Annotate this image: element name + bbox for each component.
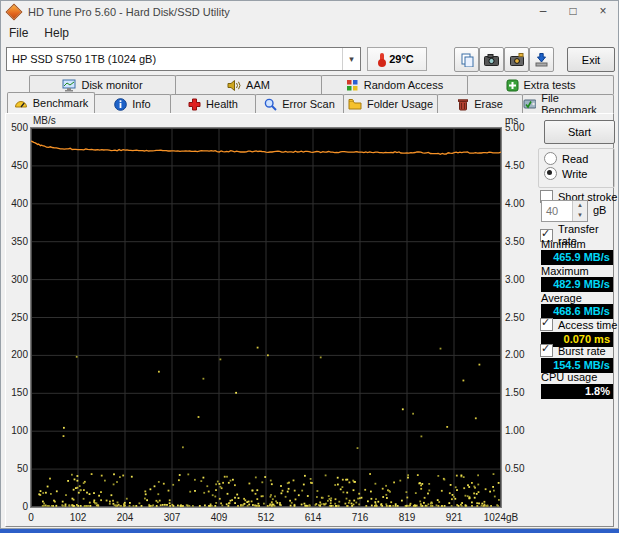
- copy-text-button[interactable]: [454, 47, 479, 72]
- tab-label: Erase: [474, 98, 503, 110]
- spinner-buttons: ▲ ▼: [572, 201, 587, 221]
- short-stroke-value[interactable]: 40: [542, 201, 572, 221]
- y-right-tick: 1.00: [505, 425, 535, 436]
- x-axis-tick: 512: [244, 512, 288, 523]
- remove-device-icon: [535, 53, 548, 67]
- average-value: 468.6 MB/s: [541, 304, 613, 319]
- app-icon: [6, 4, 23, 21]
- access-time-checkbox[interactable]: Access time: [540, 318, 617, 331]
- minimize-button[interactable]: –: [528, 1, 558, 23]
- drive-selector[interactable]: HP SSD S750 1TB (1024 gB) ▾: [6, 47, 361, 71]
- y-right-tick: 3.50: [505, 236, 535, 247]
- random-access-icon: [346, 79, 359, 92]
- minimum-label: Minimum: [541, 238, 586, 250]
- y-left-tick: 500: [1, 122, 28, 133]
- y-left-tick: 0: [1, 501, 28, 512]
- maximum-value: 482.9 MB/s: [541, 277, 613, 292]
- close-button[interactable]: ×: [588, 1, 618, 23]
- y-right-unit-label: ms: [505, 115, 535, 126]
- maximize-button[interactable]: □: [558, 1, 588, 23]
- tab-erase[interactable]: Erase: [437, 94, 523, 113]
- tab-random-access[interactable]: Random Access: [321, 75, 468, 94]
- short-stroke-spinner[interactable]: 40 ▲ ▼: [541, 200, 588, 222]
- y-left-tick: 200: [1, 349, 28, 360]
- tab-file-benchmark[interactable]: File Benchmark: [522, 94, 614, 113]
- minimum-value: 465.9 MB/s: [541, 250, 613, 265]
- window-title: HD Tune Pro 5.60 - Hard Disk/SSD Utility: [28, 6, 230, 18]
- tab-row-top: Disk monitor AAM Random Access Extra tes…: [29, 75, 613, 94]
- drive-selector-value: HP SSD S750 1TB (1024 gB): [7, 53, 342, 65]
- start-button[interactable]: Start: [544, 120, 615, 144]
- disk-monitor-icon: [62, 79, 76, 92]
- x-axis-tick: 921: [432, 512, 476, 523]
- y-right-tick: 4.00: [505, 198, 535, 209]
- benchmark-icon: [14, 97, 28, 109]
- folder-icon: [348, 98, 362, 110]
- menu-help[interactable]: Help: [44, 26, 69, 40]
- tab-label: Benchmark: [33, 97, 89, 109]
- tab-label: Error Scan: [282, 98, 335, 110]
- spinner-up-icon[interactable]: ▲: [573, 201, 587, 211]
- y-right-tick: 4.50: [505, 160, 535, 171]
- y-right-tick: 1.50: [505, 387, 535, 398]
- spinner-down-icon[interactable]: ▼: [573, 211, 587, 221]
- save-screenshot-button[interactable]: [504, 47, 529, 72]
- tab-folder-usage[interactable]: Folder Usage: [343, 94, 438, 113]
- access-time-checkbox-box[interactable]: [540, 318, 553, 331]
- y-right-tick: 2.00: [505, 349, 535, 360]
- y-right-tick: 2.50: [505, 312, 535, 323]
- tab-benchmark[interactable]: Benchmark: [7, 92, 95, 113]
- window-controls: – □ ×: [528, 1, 618, 23]
- tab-aam[interactable]: AAM: [175, 75, 322, 94]
- extra-tests-icon: [506, 79, 519, 92]
- y-left-tick: 250: [1, 312, 28, 323]
- burst-rate-checkbox-box[interactable]: [540, 344, 553, 357]
- y-left-tick: 100: [1, 425, 28, 436]
- exit-button[interactable]: Exit: [567, 47, 615, 72]
- write-radio-circle[interactable]: [544, 167, 557, 180]
- copy-text-icon: [460, 53, 474, 67]
- tab-label: Info: [132, 98, 150, 110]
- error-scan-icon: [264, 98, 277, 111]
- app-window: HD Tune Pro 5.60 - Hard Disk/SSD Utility…: [0, 0, 619, 529]
- y-left-tick: 300: [1, 274, 28, 285]
- read-radio[interactable]: Read: [544, 152, 588, 165]
- x-axis-tick: 819: [385, 512, 429, 523]
- tab-label: Folder Usage: [367, 98, 433, 110]
- temperature-indicator: 29°C: [367, 47, 427, 71]
- thermometer-icon: [380, 53, 384, 65]
- save-screenshot-icon: [510, 53, 524, 66]
- tab-label: Extra tests: [524, 79, 576, 91]
- file-benchmark-icon: [523, 98, 536, 110]
- read-radio-label: Read: [562, 153, 588, 165]
- x-axis-tick: 1024gB: [479, 512, 523, 523]
- tab-info[interactable]: Info: [94, 94, 171, 113]
- taskbar-edge: [0, 529, 619, 533]
- title-bar: HD Tune Pro 5.60 - Hard Disk/SSD Utility…: [1, 1, 618, 23]
- y-left-tick: 350: [1, 236, 28, 247]
- average-label: Average: [541, 292, 582, 304]
- tab-health[interactable]: Health: [170, 94, 256, 113]
- x-axis-tick: 614: [291, 512, 335, 523]
- cpu-usage-label: CPU usage: [541, 371, 597, 383]
- remove-device-button[interactable]: [529, 47, 554, 72]
- temperature-value: 29°C: [389, 53, 414, 65]
- x-axis-tick: 409: [197, 512, 241, 523]
- menu-file[interactable]: File: [9, 26, 28, 40]
- burst-rate-checkbox[interactable]: Burst rate: [540, 344, 606, 357]
- copy-screenshot-button[interactable]: [479, 47, 504, 72]
- chevron-down-icon[interactable]: ▾: [342, 48, 360, 70]
- tab-label: Health: [206, 98, 238, 110]
- y-left-tick: 150: [1, 387, 28, 398]
- read-radio-circle[interactable]: [544, 152, 557, 165]
- y-left-tick: 450: [1, 160, 28, 171]
- y-left-unit-label: MB/s: [33, 115, 73, 126]
- y-left-tick: 50: [1, 463, 28, 474]
- exit-button-label: Exit: [582, 54, 600, 66]
- write-radio[interactable]: Write: [544, 167, 587, 180]
- write-radio-label: Write: [562, 168, 587, 180]
- tab-error-scan[interactable]: Error Scan: [255, 94, 344, 113]
- x-axis-tick: 716: [338, 512, 382, 523]
- tab-label: Random Access: [364, 79, 443, 91]
- start-button-label: Start: [568, 126, 591, 138]
